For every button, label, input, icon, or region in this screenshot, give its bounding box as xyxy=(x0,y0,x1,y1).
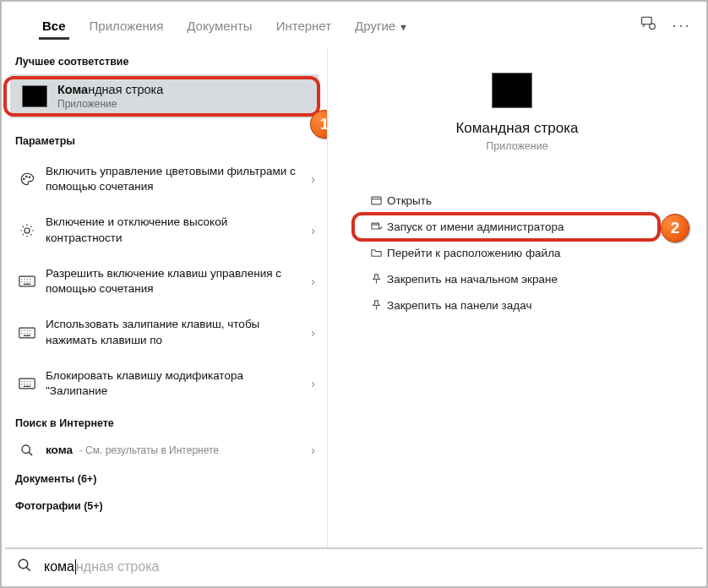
palette-icon xyxy=(17,172,37,187)
svg-point-9 xyxy=(22,445,30,453)
search-autocomplete: ндная строка xyxy=(76,559,159,574)
svg-rect-7 xyxy=(19,328,35,338)
open-icon xyxy=(365,194,387,207)
svg-point-1 xyxy=(650,23,656,29)
annotation-badge-2: 2 xyxy=(661,214,689,242)
best-match-title: Командная строка xyxy=(57,83,163,96)
settings-label: Параметры xyxy=(2,127,327,154)
more-options-icon[interactable]: ··· xyxy=(665,15,698,35)
annotation-badge-1: 1 xyxy=(310,110,328,139)
cmd-icon xyxy=(22,85,47,107)
search-icon xyxy=(17,444,37,457)
web-search-item[interactable]: кома - См. результаты в Интернете › xyxy=(2,436,327,465)
chevron-right-icon: › xyxy=(311,224,315,237)
detail-panel: Командная строка Приложение Открыть Запу… xyxy=(328,47,706,547)
svg-point-4 xyxy=(29,177,30,178)
pin-icon xyxy=(365,299,387,312)
action-pin-start[interactable]: Закрепить на начальном экране xyxy=(348,266,686,292)
chevron-right-icon: › xyxy=(311,444,315,457)
svg-rect-0 xyxy=(642,17,652,24)
documents-group[interactable]: Документы (6+) xyxy=(2,465,327,492)
detail-title: Командная строка xyxy=(455,120,578,137)
svg-point-5 xyxy=(25,228,30,233)
setting-item-lock-modifier[interactable]: Блокировать клавишу модификатора "Залипа… xyxy=(2,358,327,409)
chevron-right-icon: › xyxy=(311,172,315,186)
setting-item-color-filters[interactable]: Включить управление цветовыми фильтрами … xyxy=(2,154,327,204)
detail-subtitle: Приложение xyxy=(486,140,547,152)
web-search-label: Поиск в Интернете xyxy=(2,409,327,436)
search-window: Все Приложения Документы Интернет Другие… xyxy=(0,0,708,588)
tab-more[interactable]: Другие▼ xyxy=(343,3,420,46)
search-bar[interactable]: командная строка xyxy=(5,547,703,585)
action-open[interactable]: Открыть xyxy=(348,188,686,214)
best-match-item[interactable]: Командная строка Приложение xyxy=(10,74,319,118)
keyboard-icon xyxy=(17,327,37,339)
search-typed-text: кома xyxy=(44,559,74,574)
svg-rect-10 xyxy=(371,197,380,204)
action-pin-taskbar[interactable]: Закрепить на панели задач xyxy=(348,292,686,318)
tab-all[interactable]: Все xyxy=(30,3,78,46)
setting-item-sticky-keys[interactable]: Использовать залипание клавиш, чтобы наж… xyxy=(2,307,327,357)
svg-rect-8 xyxy=(19,378,35,389)
admin-icon xyxy=(365,220,387,233)
svg-rect-11 xyxy=(371,223,379,229)
action-run-as-admin[interactable]: Запуск от имени администратора xyxy=(348,214,686,240)
chevron-right-icon: › xyxy=(311,377,315,390)
results-panel: Лучшее соответствие Командная строка При… xyxy=(2,47,328,547)
pin-icon xyxy=(365,273,387,286)
search-icon xyxy=(17,558,32,576)
brightness-icon xyxy=(17,223,37,238)
keyboard-icon xyxy=(17,275,37,287)
best-match-subtitle: Приложение xyxy=(57,98,163,110)
svg-point-3 xyxy=(26,176,28,177)
svg-point-2 xyxy=(24,178,25,180)
feedback-icon[interactable] xyxy=(631,14,665,35)
photos-group[interactable]: Фотографии (5+) xyxy=(2,492,327,519)
tab-apps[interactable]: Приложения xyxy=(78,3,176,46)
tab-documents[interactable]: Документы xyxy=(175,3,264,46)
action-open-location[interactable]: Перейти к расположению файла xyxy=(348,240,686,266)
keyboard-icon xyxy=(17,378,37,389)
app-large-icon xyxy=(492,73,532,108)
category-tabs: Все Приложения Документы Интернет Другие… xyxy=(2,2,706,47)
chevron-right-icon: › xyxy=(311,275,315,288)
svg-point-12 xyxy=(19,559,28,569)
tab-internet[interactable]: Интернет xyxy=(264,3,343,46)
setting-item-control-keys[interactable]: Разрешить включение клавиш управления с … xyxy=(2,256,327,307)
chevron-right-icon: › xyxy=(311,326,315,340)
best-match-label: Лучшее соответствие xyxy=(2,47,327,74)
setting-item-contrast[interactable]: Включение и отключение высокой контрастн… xyxy=(2,204,327,255)
folder-icon xyxy=(365,247,387,259)
chevron-down-icon: ▼ xyxy=(399,22,408,32)
svg-rect-6 xyxy=(19,276,35,286)
